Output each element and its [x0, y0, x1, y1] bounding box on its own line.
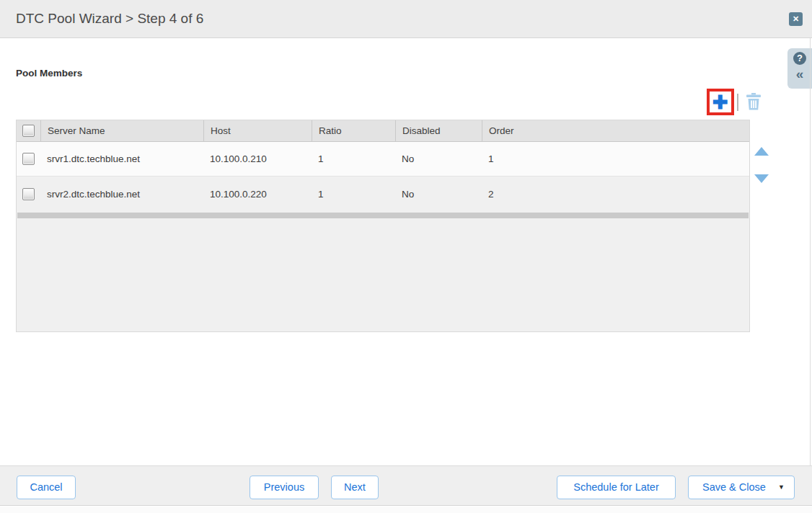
header-cell-order[interactable]: Order: [482, 120, 749, 141]
wizard-footer: Cancel Previous Next Schedule for Later …: [0, 465, 812, 506]
save-and-close-label: Save & Close: [702, 481, 766, 493]
content-right-border: [810, 38, 811, 465]
schedule-for-later-button[interactable]: Schedule for Later: [557, 476, 676, 499]
row-cell-host: 10.100.0.210: [203, 153, 312, 164]
dtc-pool-wizard-dialog: DTC Pool Wizard > Step 4 of 6 ✕ ? « Pool…: [0, 0, 812, 513]
close-button[interactable]: ✕: [789, 12, 803, 26]
add-member-button[interactable]: ✚: [712, 93, 728, 112]
row-cell-order: 2: [482, 189, 749, 200]
trash-icon: [746, 93, 762, 110]
row-checkbox[interactable]: [22, 153, 35, 165]
previous-button[interactable]: Previous: [250, 476, 319, 499]
annotation-highlight-box: ✚: [707, 89, 734, 115]
delete-member-button[interactable]: [746, 93, 762, 110]
header-cell-disabled[interactable]: Disabled: [395, 120, 482, 141]
toolbar-separator: [737, 94, 738, 111]
header-cell-server-name[interactable]: Server Name: [40, 120, 203, 141]
row-cell-ratio: 1: [312, 189, 395, 200]
table-row[interactable]: srvr2.dtc.techblue.net 10.100.0.220 1 No…: [17, 177, 749, 211]
help-icon[interactable]: ?: [793, 52, 806, 65]
next-button[interactable]: Next: [331, 476, 379, 499]
row-checkbox[interactable]: [22, 188, 35, 200]
header-cell-host[interactable]: Host: [203, 120, 312, 141]
pool-members-table: Server Name Host Ratio Disabled Order sr…: [16, 120, 750, 332]
row-cell-disabled: No: [395, 189, 482, 200]
header-cell-select: [17, 120, 40, 141]
save-options-caret-icon[interactable]: ▼: [778, 476, 785, 499]
row-cell-host: 10.100.0.220: [203, 189, 312, 200]
wizard-title: DTC Pool Wizard > Step 4 of 6: [16, 0, 203, 37]
wizard-header: DTC Pool Wizard > Step 4 of 6 ✕: [0, 0, 812, 38]
move-up-icon[interactable]: [754, 147, 769, 156]
row-cell-select: [17, 153, 40, 165]
collapse-panel-icon[interactable]: «: [796, 66, 804, 82]
close-icon: ✕: [793, 14, 799, 23]
row-cell-order: 1: [482, 153, 749, 164]
header-cell-ratio[interactable]: Ratio: [312, 120, 395, 141]
section-title: Pool Members: [16, 68, 82, 79]
move-down-icon[interactable]: [754, 174, 769, 183]
row-cell-select: [17, 188, 40, 200]
footer-bottom-strip: [0, 507, 812, 513]
row-cell-server-name: srvr2.dtc.techblue.net: [40, 189, 203, 200]
save-and-close-button[interactable]: Save & Close ▼: [688, 476, 795, 499]
cancel-button[interactable]: Cancel: [17, 476, 76, 499]
table-row[interactable]: srvr1.dtc.techblue.net 10.100.0.210 1 No…: [17, 142, 749, 177]
select-all-checkbox[interactable]: [22, 125, 35, 137]
row-cell-ratio: 1: [312, 153, 395, 164]
table-header-row: Server Name Host Ratio Disabled Order: [17, 120, 749, 142]
row-cell-server-name: srvr1.dtc.techblue.net: [40, 153, 203, 164]
horizontal-scrollbar[interactable]: [17, 213, 749, 218]
help-panel: ? «: [787, 48, 812, 89]
row-cell-disabled: No: [395, 153, 482, 164]
